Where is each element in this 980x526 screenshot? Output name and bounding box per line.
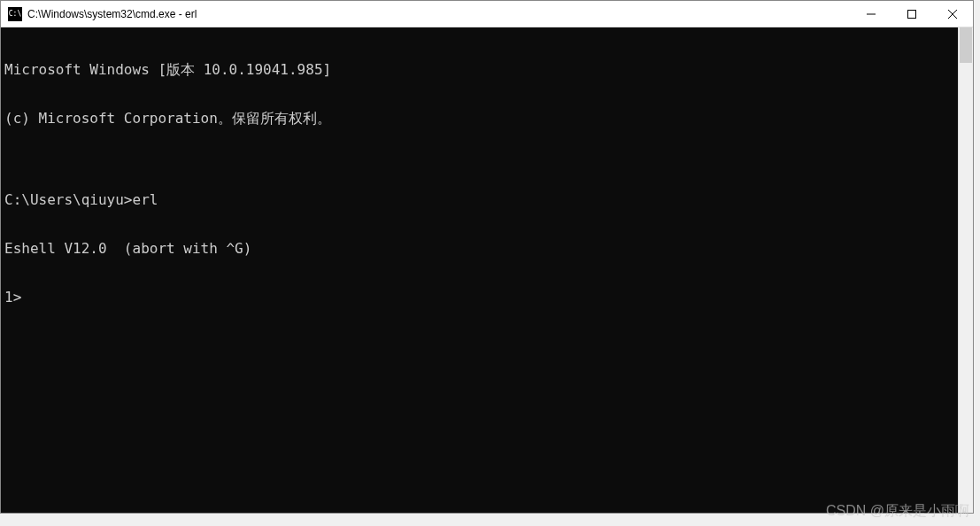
window-title: C:\Windows\system32\cmd.exe - erl [27, 8, 851, 20]
close-icon [948, 10, 957, 19]
cmd-window: C:\ C:\Windows\system32\cmd.exe - erl Mi… [0, 0, 974, 514]
titlebar[interactable]: C:\ C:\Windows\system32\cmd.exe - erl [1, 1, 973, 27]
maximize-button[interactable] [891, 1, 932, 27]
minimize-icon [867, 10, 876, 19]
content-area: Microsoft Windows [版本 10.0.19041.985] (c… [1, 27, 973, 513]
terminal-output[interactable]: Microsoft Windows [版本 10.0.19041.985] (c… [1, 27, 958, 513]
window-controls [851, 1, 973, 27]
close-button[interactable] [932, 1, 973, 27]
scrollbar-thumb[interactable] [960, 27, 972, 63]
terminal-line: (c) Microsoft Corporation。保留所有权利。 [4, 111, 954, 127]
maximize-icon [907, 10, 916, 19]
terminal-line: C:\Users\qiuyu>erl [4, 192, 954, 208]
svg-rect-1 [908, 10, 916, 18]
minimize-button[interactable] [851, 1, 891, 27]
cmd-icon: C:\ [8, 7, 22, 21]
terminal-line: Eshell V12.0 (abort with ^G) [4, 241, 954, 257]
vertical-scrollbar[interactable] [958, 27, 973, 513]
terminal-line: Microsoft Windows [版本 10.0.19041.985] [4, 62, 954, 78]
terminal-prompt: 1> [4, 290, 954, 306]
